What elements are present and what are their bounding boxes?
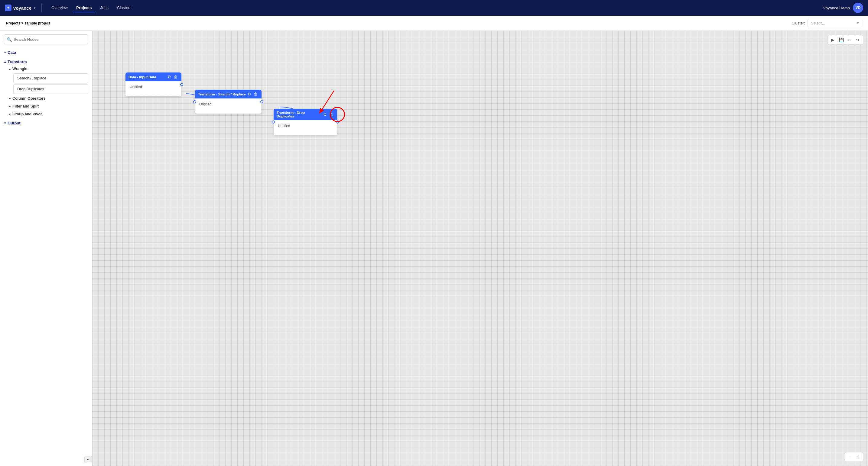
node-search-replace-canvas[interactable]: Transform - Search / Replace ⚙ 🗑 Untitle… [195,90,261,113]
breadcrumb: Projects > sample project [6,21,50,25]
subsection-column-operators: ▾ Column Operators [8,95,88,102]
subsection-filter-header[interactable]: ▾ Filter and Split [8,103,88,110]
node-input-delete-btn[interactable]: 🗑 [173,75,178,79]
logo[interactable]: ✦ voyance ▾ [5,4,35,11]
logo-caret[interactable]: ▾ [34,6,35,10]
node-sr-actions: ⚙ 🗑 [247,92,258,96]
node-input-settings-btn[interactable]: ⚙ [166,75,172,79]
node-sr-delete-btn[interactable]: 🗑 [253,92,258,96]
node-drop-duplicates-canvas[interactable]: Transform - Drop Duplicates ⚙ 🗑 Untitled [274,109,337,135]
section-output-caret: ▾ [4,122,6,125]
node-dd-settings-btn[interactable]: ⚙ [322,112,328,117]
node-input-data[interactable]: Data - Input Data ⚙ 🗑 Untitled [125,72,181,96]
subsection-filter-split: ▾ Filter and Split [8,103,88,110]
node-input-data-actions: ⚙ 🗑 [166,75,178,79]
subsection-group-header[interactable]: ▾ Group and Pivot [8,111,88,118]
user-area: Voyance Demo VD [823,3,863,13]
node-sr-label: Untitled [199,102,212,106]
node-dd-title: Transform - Drop Duplicates [277,111,322,118]
subsection-wrangle-header[interactable]: ▴ Wrangle [8,66,88,72]
section-transform: ▴ Transform ▴ Wrangle Search / Replace D… [4,58,88,118]
top-navigation: ✦ voyance ▾ Overview Projects Jobs Clust… [0,0,868,16]
subsection-filter-caret: ▾ [9,105,10,108]
search-icon: 🔍 [7,37,12,42]
zoom-in-button[interactable]: + [855,454,861,460]
save-button[interactable]: 💾 [837,37,845,43]
node-input-out-connector[interactable] [180,83,183,86]
node-dd-label: Untitled [278,124,290,128]
subsection-column-ops-header[interactable]: ▾ Column Operators [8,95,88,102]
sidebar-collapse-button[interactable]: « [84,456,92,463]
node-dd-body: Untitled [274,120,337,135]
node-dd-in-connector[interactable] [272,121,275,124]
node-dd-header: Transform - Drop Duplicates ⚙ 🗑 [274,109,337,120]
node-sr-out-connector[interactable] [260,100,264,103]
nav-links: Overview Projects Jobs Clusters [48,4,135,12]
search-wrap: 🔍 [4,34,88,44]
sub-header: Projects > sample project Cluster: Selec… [0,16,868,31]
main-layout: 🔍 ▾ Data ▴ Transform ▴ Wrangle Search / [0,31,868,466]
sidebar: 🔍 ▾ Data ▴ Transform ▴ Wrangle Search / [0,31,92,466]
node-input-data-header: Data - Input Data ⚙ 🗑 [125,72,181,81]
breadcrumb-prefix: Projects > [6,21,24,25]
cluster-label: Cluster: [792,21,805,25]
zoom-out-button[interactable]: − [847,454,853,460]
subsection-wrangle: ▴ Wrangle Search / Replace Drop Duplicat… [8,66,88,94]
subsection-group-caret: ▾ [9,113,10,116]
node-sr-body: Untitled [195,98,261,113]
nav-jobs[interactable]: Jobs [97,4,112,12]
section-transform-caret: ▴ [4,60,6,63]
user-name-label: Voyance Demo [823,6,850,10]
section-data: ▾ Data [4,48,88,56]
node-sr-title: Transform - Search / Replace [198,92,246,96]
node-input-data-title: Data - Input Data [128,75,156,79]
zoom-toolbar: − + [845,452,863,462]
node-dd-out-connector[interactable] [336,121,339,124]
node-sr-header: Transform - Search / Replace ⚙ 🗑 [195,90,261,98]
section-transform-header[interactable]: ▴ Transform [4,58,88,66]
subsection-group-pivot: ▾ Group and Pivot [8,111,88,118]
cluster-select[interactable]: Select... [808,19,862,27]
node-sr-in-connector[interactable] [193,100,196,103]
section-data-caret: ▾ [4,51,6,54]
node-dd-delete-btn[interactable]: 🗑 [328,112,334,117]
node-dd-actions: ⚙ 🗑 [322,112,334,117]
nav-projects[interactable]: Projects [72,4,95,12]
subsection-wrangle-caret: ▴ [9,67,10,71]
run-button[interactable]: ▶ [830,37,836,43]
node-input-data-body: Untitled [125,81,181,96]
section-transform-label: Transform [7,60,27,64]
breadcrumb-project: sample project [25,21,50,25]
node-search-replace[interactable]: Search / Replace [13,73,88,83]
subsection-wrangle-label: Wrangle [12,67,27,71]
subsection-filter-label: Filter and Split [12,104,39,108]
section-data-header[interactable]: ▾ Data [4,48,88,56]
subsection-group-label: Group and Pivot [12,112,42,116]
search-input[interactable] [4,34,88,44]
nav-overview[interactable]: Overview [48,4,71,12]
redo-button[interactable]: ↪ [855,37,861,43]
logo-text: voyance [13,5,31,10]
section-data-label: Data [7,50,16,55]
subsection-colops-caret: ▾ [9,97,10,100]
logo-icon: ✦ [5,4,11,11]
user-avatar[interactable]: VD [853,3,863,13]
canvas-area[interactable]: ▶ 💾 ↩ ↪ Data - Input Data ⚙ 🗑 [92,31,868,466]
undo-button[interactable]: ↩ [846,37,853,43]
node-input-data-label: Untitled [130,85,142,89]
nav-clusters[interactable]: Clusters [113,4,135,12]
section-output-header[interactable]: ▾ Output [4,119,88,127]
subsection-column-ops-label: Column Operators [12,96,45,101]
section-output: ▾ Output [4,119,88,127]
nav-divider [41,3,42,12]
node-sr-settings-btn[interactable]: ⚙ [247,92,252,96]
node-drop-duplicates[interactable]: Drop Duplicates [13,84,88,94]
cluster-select-wrapper: Select... ▾ [808,19,862,27]
canvas-toolbar: ▶ 💾 ↩ ↪ [828,35,863,45]
section-output-label: Output [7,121,21,125]
